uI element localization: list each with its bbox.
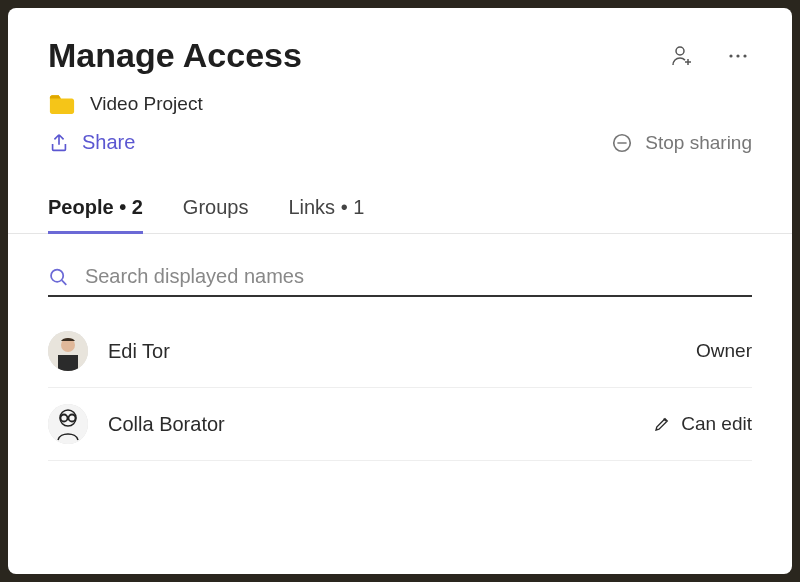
tab-people-label: People — [48, 196, 114, 218]
add-user-icon — [670, 44, 694, 68]
svg-point-3 — [743, 54, 746, 57]
share-icon — [48, 132, 70, 154]
tab-groups-label: Groups — [183, 196, 249, 218]
tab-groups[interactable]: Groups — [183, 196, 249, 233]
person: Colla Borator — [48, 404, 225, 444]
title-actions — [668, 42, 752, 70]
folder-icon — [48, 93, 76, 115]
more-button[interactable] — [724, 42, 752, 70]
edit-icon — [653, 415, 671, 433]
stop-sharing-icon — [611, 132, 633, 154]
search-input[interactable] — [83, 264, 752, 289]
person-name: Edi Tor — [108, 340, 170, 363]
list-item: Colla Borator Can edit — [48, 388, 752, 461]
people-list: Edi Tor Owner Colla Borator — [48, 315, 752, 461]
share-label: Share — [82, 131, 135, 154]
tabs: People • 2 Groups Links • 1 — [8, 196, 792, 234]
svg-point-0 — [676, 47, 684, 55]
svg-point-5 — [51, 269, 63, 281]
avatar — [48, 331, 88, 371]
svg-rect-8 — [58, 355, 78, 371]
person-role-button[interactable]: Can edit — [653, 413, 752, 435]
person-name: Colla Borator — [108, 413, 225, 436]
tab-links-count: 1 — [353, 196, 364, 218]
actions-row: Share Stop sharing — [48, 131, 752, 154]
tab-people-count: 2 — [132, 196, 143, 218]
item-name: Video Project — [90, 93, 203, 115]
stop-sharing-button[interactable]: Stop sharing — [611, 132, 752, 154]
more-icon — [726, 44, 750, 68]
role-label: Owner — [696, 340, 752, 362]
title-row: Manage Access — [48, 36, 752, 75]
tab-links-label: Links — [288, 196, 335, 218]
item-row: Video Project — [48, 93, 752, 115]
share-button[interactable]: Share — [48, 131, 135, 154]
page-title: Manage Access — [48, 36, 302, 75]
add-user-button[interactable] — [668, 42, 696, 70]
stop-sharing-label: Stop sharing — [645, 132, 752, 154]
search-field[interactable] — [48, 258, 752, 297]
svg-point-2 — [736, 54, 739, 57]
person: Edi Tor — [48, 331, 170, 371]
manage-access-panel: Manage Access Video Project — [8, 8, 792, 574]
avatar — [48, 404, 88, 444]
role-label: Can edit — [681, 413, 752, 435]
person-role: Owner — [696, 340, 752, 362]
tab-people[interactable]: People • 2 — [48, 196, 143, 233]
svg-point-1 — [729, 54, 732, 57]
list-item: Edi Tor Owner — [48, 315, 752, 388]
search-icon — [48, 266, 69, 288]
tab-links[interactable]: Links • 1 — [288, 196, 364, 233]
